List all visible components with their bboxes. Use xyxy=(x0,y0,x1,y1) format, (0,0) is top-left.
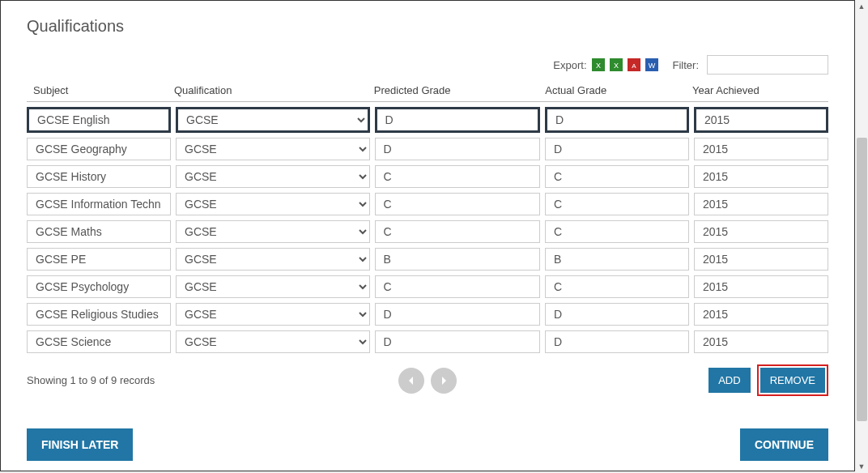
column-year: Year Achieved xyxy=(692,84,828,96)
actual-grade-input[interactable] xyxy=(545,138,689,160)
scrollbar-track[interactable]: ▲ ▼ xyxy=(855,0,868,473)
subject-input[interactable] xyxy=(27,220,171,243)
year-input[interactable] xyxy=(694,330,828,353)
year-input[interactable] xyxy=(694,248,828,271)
qualification-select[interactable]: GCSE xyxy=(176,303,370,326)
export-csv-icon[interactable]: X xyxy=(610,58,623,71)
table-row[interactable]: GCSE xyxy=(27,330,828,353)
subject-input[interactable] xyxy=(27,138,171,160)
toolbar: Export: X X A W Filter: xyxy=(27,55,828,75)
table-row[interactable]: GCSE xyxy=(27,303,828,326)
filter-label: Filter: xyxy=(673,59,700,71)
table-row[interactable]: GCSE xyxy=(27,193,828,215)
year-input[interactable] xyxy=(694,275,828,298)
page-title: Qualifications xyxy=(27,17,828,36)
svg-text:X: X xyxy=(613,62,618,70)
export-label: Export: xyxy=(553,59,586,71)
table-row[interactable]: GCSE xyxy=(27,138,828,160)
export-word-icon[interactable]: W xyxy=(645,58,658,71)
qualification-select[interactable]: GCSE xyxy=(176,107,370,133)
subject-input[interactable] xyxy=(27,193,171,215)
subject-input[interactable] xyxy=(27,330,171,353)
records-count: Showing 1 to 9 of 9 records xyxy=(27,374,155,386)
table-row[interactable]: GCSE xyxy=(27,275,828,298)
scrollbar-thumb[interactable] xyxy=(857,138,867,421)
actual-grade-input[interactable] xyxy=(545,165,689,188)
actual-grade-input[interactable] xyxy=(545,275,689,298)
qualification-select[interactable]: GCSE xyxy=(176,248,370,271)
qualification-select[interactable]: GCSE xyxy=(176,165,370,188)
column-predicted: Predicted Grade xyxy=(374,84,545,96)
predicted-grade-input[interactable] xyxy=(375,193,540,215)
year-input[interactable] xyxy=(694,138,828,160)
export-xls-icon[interactable]: X xyxy=(592,58,605,71)
subject-input[interactable] xyxy=(27,248,171,271)
table-row[interactable]: GCSE xyxy=(27,220,828,243)
scroll-up-icon[interactable]: ▲ xyxy=(855,0,868,13)
subject-input[interactable] xyxy=(27,275,171,298)
qualification-select[interactable]: GCSE xyxy=(176,220,370,243)
actual-grade-input[interactable] xyxy=(545,107,689,133)
year-input[interactable] xyxy=(694,303,828,326)
qualification-select[interactable]: GCSE xyxy=(176,275,370,298)
column-qualification: Qualification xyxy=(174,84,374,96)
prev-page-button[interactable] xyxy=(398,368,424,394)
add-button[interactable]: ADD xyxy=(708,368,750,393)
pager xyxy=(398,368,457,394)
table-header: Subject Qualification Predicted Grade Ac… xyxy=(27,84,828,102)
year-input[interactable] xyxy=(694,107,828,133)
predicted-grade-input[interactable] xyxy=(375,220,540,243)
table-body: GCSEGCSEGCSEGCSEGCSEGCSEGCSEGCSEGCSE xyxy=(27,107,828,353)
year-input[interactable] xyxy=(694,220,828,243)
page-frame: Qualifications Export: X X A W Filter: S… xyxy=(0,0,855,471)
finish-later-button[interactable]: FINISH LATER xyxy=(27,428,133,461)
subject-input[interactable] xyxy=(27,107,171,133)
column-subject: Subject xyxy=(27,84,174,96)
remove-highlight: REMOVE xyxy=(757,364,828,396)
table-row[interactable]: GCSE xyxy=(27,248,828,271)
qualification-select[interactable]: GCSE xyxy=(176,138,370,160)
predicted-grade-input[interactable] xyxy=(375,138,540,160)
export-pdf-icon[interactable]: A xyxy=(628,58,640,71)
predicted-grade-input[interactable] xyxy=(375,107,540,133)
predicted-grade-input[interactable] xyxy=(375,303,540,326)
predicted-grade-input[interactable] xyxy=(375,248,540,271)
actual-grade-input[interactable] xyxy=(545,220,689,243)
subject-input[interactable] xyxy=(27,165,171,188)
predicted-grade-input[interactable] xyxy=(375,165,540,188)
qualification-select[interactable]: GCSE xyxy=(176,193,370,215)
table-row[interactable]: GCSE xyxy=(27,165,828,188)
remove-button[interactable]: REMOVE xyxy=(760,368,825,393)
year-input[interactable] xyxy=(694,193,828,215)
predicted-grade-input[interactable] xyxy=(375,330,540,353)
scroll-down-icon[interactable]: ▼ xyxy=(855,460,868,473)
actual-grade-input[interactable] xyxy=(545,330,689,353)
table-row[interactable]: GCSE xyxy=(27,107,828,133)
svg-text:X: X xyxy=(595,62,600,70)
continue-button[interactable]: CONTINUE xyxy=(740,428,828,461)
svg-text:A: A xyxy=(632,62,636,70)
subject-input[interactable] xyxy=(27,303,171,326)
next-page-button[interactable] xyxy=(431,368,457,394)
actual-grade-input[interactable] xyxy=(545,303,689,326)
column-actual: Actual Grade xyxy=(545,84,692,96)
year-input[interactable] xyxy=(694,165,828,188)
filter-input[interactable] xyxy=(707,55,828,75)
qualification-select[interactable]: GCSE xyxy=(176,330,370,353)
actual-grade-input[interactable] xyxy=(545,193,689,215)
actual-grade-input[interactable] xyxy=(545,248,689,271)
predicted-grade-input[interactable] xyxy=(375,275,540,298)
svg-text:W: W xyxy=(648,62,655,70)
